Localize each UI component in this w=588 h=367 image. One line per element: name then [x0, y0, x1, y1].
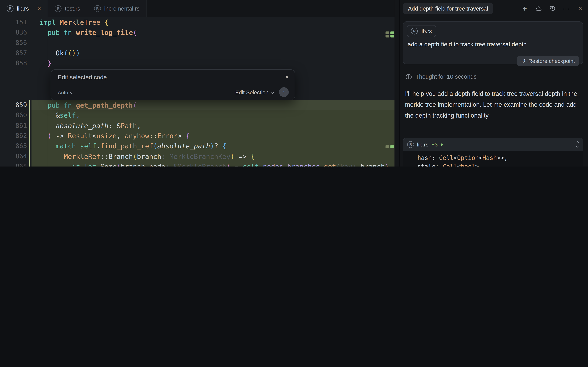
- rust-file-icon: R: [407, 141, 414, 148]
- tab-close-icon[interactable]: ×: [37, 5, 41, 12]
- code-line: 861 absolute_path: &Path,: [0, 120, 395, 131]
- popup-title: Edit selected code: [58, 74, 107, 81]
- rust-file-icon: R: [55, 5, 61, 12]
- diff-code-line: stale: Cell<bool>,: [403, 162, 583, 167]
- code-line: 863 match self.find_path_ref(absolute_pa…: [0, 141, 395, 151]
- thought-row[interactable]: Thought for 10 seconds: [405, 73, 476, 80]
- line-number: 857: [0, 48, 27, 58]
- line-number: 861: [0, 120, 27, 131]
- code-line: 860 &self,: [0, 110, 395, 120]
- code-line: 836 pub fn write_log_file(: [0, 27, 395, 38]
- line-number: 865: [0, 161, 27, 167]
- user-message-card: R lib.rs add a depth field to track tree…: [403, 21, 583, 64]
- inline-edit-popup: Edit selected code × Auto Edit Selection…: [51, 69, 295, 100]
- diff-card-header[interactable]: R lib.rs +3: [403, 138, 583, 151]
- tab-bar: Rlib.rs×Rtest.rsRincremental.rs: [0, 0, 395, 17]
- code-line: 862 ) -> Result<usize, anyhow::Error> {: [0, 131, 395, 141]
- assistant-paragraph: I'll help you add a depth field to track…: [405, 88, 580, 121]
- context-file-chip[interactable]: R lib.rs: [407, 25, 436, 37]
- history-icon[interactable]: [549, 5, 556, 12]
- line-number: 858: [0, 58, 27, 68]
- line-number: 151: [0, 17, 27, 27]
- diff-card: R lib.rs +3 hash: Cell<Option<Hash>>,sta…: [403, 138, 583, 167]
- undo-icon: ↺: [521, 58, 526, 64]
- line-number: 862: [0, 131, 27, 141]
- divider: [403, 53, 583, 53]
- rust-file-icon: R: [7, 5, 14, 12]
- close-panel-icon[interactable]: ×: [576, 5, 584, 12]
- more-options-icon[interactable]: ···: [562, 5, 570, 12]
- code-line: 858 }: [0, 58, 395, 68]
- code-line: 856: [0, 38, 395, 48]
- diff-code-line: hash: Cell<Option<Hash>>,: [403, 154, 583, 162]
- scrollbar-diff-marker: [390, 35, 394, 37]
- cloud-icon[interactable]: [535, 5, 542, 12]
- code-line: 859 pub fn get_path_depth(: [0, 100, 395, 110]
- rust-file-icon: R: [411, 28, 418, 34]
- code-line: 865 if let Some(branch_node: &MerkleBran…: [0, 161, 395, 167]
- model-dropdown[interactable]: Auto: [58, 90, 73, 95]
- code-line: 857 Ok(()): [0, 48, 395, 58]
- collapse-icon[interactable]: [576, 142, 579, 148]
- line-number: 864: [0, 151, 27, 161]
- diff-marker: [386, 35, 389, 37]
- rust-file-icon: R: [94, 5, 101, 12]
- code-line: 864 MerkleRef::Branch(branch: MerkleBran…: [0, 151, 395, 161]
- scrollbar-diff-marker: [390, 145, 394, 148]
- brain-icon: [405, 73, 412, 80]
- line-number: 863: [0, 141, 27, 151]
- app-window: Rlib.rs×Rtest.rsRincremental.rs 151impl …: [0, 0, 588, 167]
- added-count: +3: [432, 142, 438, 148]
- line-number: 856: [0, 38, 27, 48]
- tab-incremental.rs[interactable]: Rincremental.rs: [87, 0, 147, 17]
- thread-title[interactable]: Add depth field for tree traversal: [403, 2, 493, 14]
- user-message-text: add a depth field to track tree traversa…: [408, 41, 527, 48]
- diff-marker: [386, 145, 389, 148]
- code-line: 151impl MerkleTree {: [0, 17, 395, 27]
- tab-lib.rs[interactable]: Rlib.rs×: [0, 0, 48, 17]
- diff-marker: [386, 32, 389, 34]
- new-thread-icon[interactable]: +: [521, 5, 528, 12]
- code-editor[interactable]: 151impl MerkleTree {836 pub fn write_log…: [0, 17, 395, 167]
- unsaved-dot: [441, 143, 443, 146]
- assistant-panel: Add depth field for tree traversal + ···…: [399, 0, 588, 167]
- scrollbar-diff-marker: [390, 32, 394, 34]
- line-number: 859: [0, 100, 27, 110]
- submit-arrow-button[interactable]: ↑: [279, 87, 289, 97]
- tab-test.rs[interactable]: Rtest.rs: [48, 0, 87, 17]
- close-icon[interactable]: ×: [285, 73, 289, 81]
- restore-checkpoint-button[interactable]: ↺ Restore checkpoint: [517, 56, 579, 66]
- edit-selection-dropdown[interactable]: Edit Selection: [235, 90, 274, 95]
- line-number: 836: [0, 27, 27, 38]
- line-number: 860: [0, 110, 27, 120]
